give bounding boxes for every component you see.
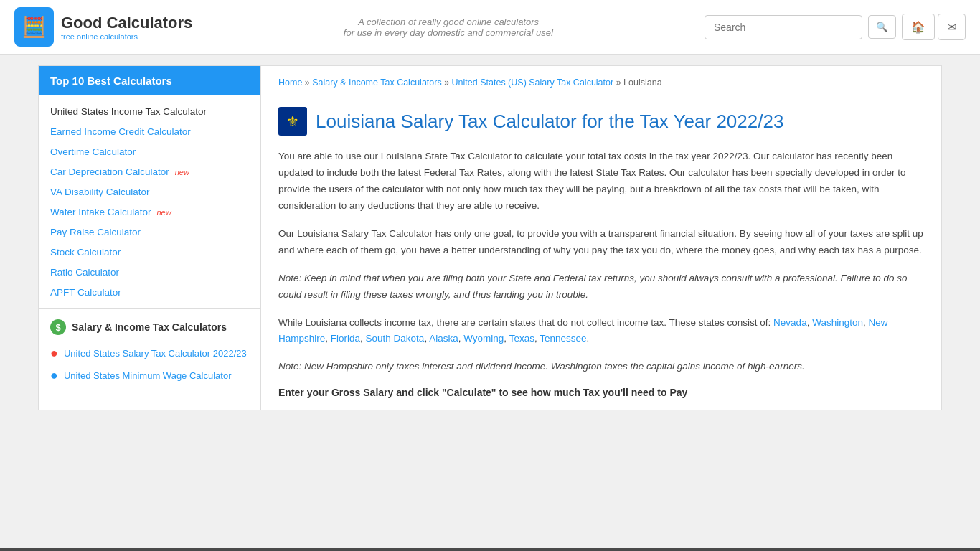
list-item: APFT Calculator	[39, 282, 260, 302]
list-item: Ratio Calculator	[39, 262, 260, 282]
header: 🧮 Good Calculators free online calculato…	[0, 0, 980, 55]
list-item: Stock Calculator	[39, 242, 260, 262]
sidebar: Top 10 Best Calculators United States In…	[39, 66, 261, 410]
tagline-line2: for use in every day domestic and commer…	[344, 27, 554, 38]
sidebar-link-water-intake[interactable]: Water Intake Calculator	[50, 207, 151, 217]
search-button[interactable]: 🔍	[868, 15, 896, 39]
list-item: Earned Income Credit Calculator	[39, 121, 260, 141]
breadcrumb-sep: »	[616, 77, 623, 88]
list-item: Pay Raise Calculator	[39, 222, 260, 242]
sidebar-link-stock[interactable]: Stock Calculator	[50, 247, 121, 258]
sidebar-link-overtime[interactable]: Overtime Calculator	[50, 146, 136, 157]
list-item: United States Income Tax Calculator	[39, 101, 260, 121]
sidebar-link-us-salary-2022[interactable]: United States Salary Tax Calculator 2022…	[64, 348, 247, 359]
logo-sub: free online calculators	[61, 32, 192, 41]
list-item: Car Depreciation Calculator new	[39, 161, 260, 182]
breadcrumb: Home » Salary & Income Tax Calculators »…	[278, 77, 924, 95]
tagline: A collection of really good online calcu…	[344, 17, 554, 38]
link-texas[interactable]: Texas	[509, 333, 534, 344]
link-tennessee[interactable]: Tennessee	[540, 333, 586, 344]
sidebar-link-apft[interactable]: APFT Calculator	[50, 287, 121, 298]
list-item: ● United States Minimum Wage Calculator	[39, 364, 260, 387]
new-badge: new	[175, 168, 189, 176]
breadcrumb-home[interactable]: Home	[278, 77, 302, 88]
breadcrumb-sep: »	[444, 77, 451, 88]
list-item: Water Intake Calculator new	[39, 202, 260, 222]
sidebar-list: United States Income Tax Calculator Earn…	[39, 95, 260, 309]
state-flag-icon: ⚜	[278, 107, 307, 136]
breadcrumb-salary-calc[interactable]: Salary & Income Tax Calculators	[312, 77, 441, 88]
sidebar-link-us-min-wage[interactable]: United States Minimum Wage Calculator	[64, 370, 232, 381]
sidebar-top-label: Top 10 Best Calculators	[39, 66, 260, 95]
content-area: Top 10 Best Calculators United States In…	[38, 65, 942, 410]
logo-area: 🧮 Good Calculators free online calculato…	[14, 7, 192, 47]
sidebar-link-ratio[interactable]: Ratio Calculator	[50, 267, 119, 278]
list-item: VA Disability Calculator	[39, 182, 260, 202]
section-label: Salary & Income Tax Calculators	[72, 321, 227, 333]
main-wrapper: Top 10 Best Calculators United States In…	[0, 55, 980, 548]
link-florida[interactable]: Florida	[331, 333, 360, 344]
main-content: Home » Salary & Income Tax Calculators »…	[261, 66, 941, 410]
dot-icon: ●	[50, 368, 58, 383]
note-para-1: Note: Keep in mind that when you are fil…	[278, 270, 924, 303]
sidebar-link-va-disability[interactable]: VA Disability Calculator	[50, 187, 150, 197]
link-alaska[interactable]: Alaska	[429, 333, 458, 344]
sidebar-link-earned-income[interactable]: Earned Income Credit Calculator	[50, 126, 191, 137]
breadcrumb-us-salary[interactable]: United States (US) Salary Tax Calculator	[452, 77, 614, 88]
logo-text: Good Calculators free online calculators	[61, 14, 192, 41]
states-para-text: While Louisiana collects income tax, the…	[278, 317, 773, 328]
link-south-dakota[interactable]: South Dakota	[366, 333, 425, 344]
link-wyoming[interactable]: Wyoming	[463, 333, 504, 344]
dot-icon: ●	[50, 346, 58, 361]
link-washington[interactable]: Washington	[812, 317, 863, 328]
search-area: 🔍 🏠 ✉	[705, 14, 966, 40]
email-button[interactable]: ✉	[938, 14, 966, 40]
tagline-line1: A collection of really good online calcu…	[344, 17, 554, 27]
home-button[interactable]: 🏠	[902, 14, 935, 40]
logo-name: Good Calculators	[61, 14, 192, 32]
sidebar-sub-list: ● United States Salary Tax Calculator 20…	[39, 342, 260, 394]
header-icons: 🏠 ✉	[902, 14, 966, 40]
sidebar-section-title: $ Salary & Income Tax Calculators	[39, 309, 260, 342]
sidebar-link-car-depreciation[interactable]: Car Depreciation Calculator	[50, 166, 169, 177]
search-input[interactable]	[705, 15, 862, 39]
sidebar-link-pay-raise[interactable]: Pay Raise Calculator	[50, 227, 141, 237]
intro-para-2: Our Louisiana Salary Tax Calculator has …	[278, 226, 924, 259]
states-para: While Louisiana collects income tax, the…	[278, 315, 924, 348]
link-nevada[interactable]: Nevada	[773, 317, 807, 328]
note-para-2: Note: New Hampshire only taxes interest …	[278, 359, 924, 375]
salary-icon: $	[50, 319, 66, 335]
calculator-icon: 🧮	[14, 7, 54, 47]
intro-para-1: You are able to use our Louisiana State …	[278, 149, 924, 215]
breadcrumb-current: Louisiana	[623, 77, 662, 88]
new-badge: new	[156, 208, 171, 217]
page-title-area: ⚜ Louisiana Salary Tax Calculator for th…	[278, 107, 924, 136]
list-item: Overtime Calculator	[39, 141, 260, 161]
page-title: Louisiana Salary Tax Calculator for the …	[316, 110, 783, 133]
sidebar-link-us-income-tax[interactable]: United States Income Tax Calculator	[50, 106, 207, 117]
list-item: ● United States Salary Tax Calculator 20…	[39, 342, 260, 364]
breadcrumb-sep: »	[305, 77, 312, 88]
gross-salary-heading: Enter your Gross Salary and click "Calcu…	[278, 387, 924, 398]
